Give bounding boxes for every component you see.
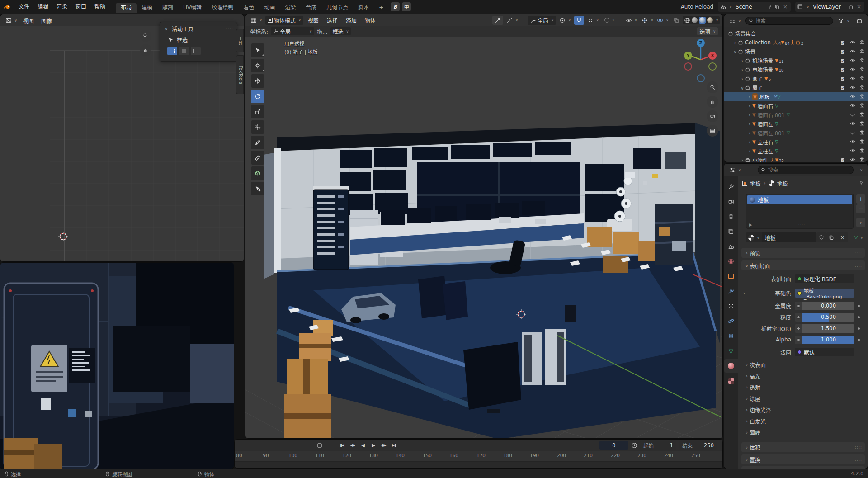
properties-search[interactable] <box>758 166 854 174</box>
render-camera-toggle[interactable] <box>859 103 865 109</box>
tool-move[interactable] <box>251 74 264 88</box>
add-slot-button[interactable]: + <box>856 194 865 204</box>
outliner-search[interactable] <box>745 17 833 25</box>
pan-hand-button[interactable] <box>140 44 151 56</box>
auto-key-record-button[interactable] <box>317 443 322 448</box>
exclude-checkbox[interactable]: ✓ <box>840 157 846 162</box>
collapse-icon[interactable]: ∨ <box>732 49 738 54</box>
tool-add-cube[interactable] <box>251 166 264 180</box>
workspace-tab-sculpting[interactable]: 雕刻 <box>157 3 178 13</box>
outliner-row-scene[interactable]: ∨ 场景 ✓ <box>724 47 868 56</box>
exclude-checkbox[interactable]: ✓ <box>840 85 846 91</box>
expand-icon[interactable]: › <box>740 76 745 81</box>
tab-constraints[interactable] <box>724 329 738 343</box>
mode-dropdown[interactable]: 物体模式∨ <box>265 16 303 25</box>
outliner-row-wall-left-001[interactable]: › ▼ 墙面左.001 ▽ <box>724 128 868 137</box>
outliner-row-case-scene[interactable]: › 机箱场景 ▼11 ✓ <box>724 56 868 65</box>
new-collection-button[interactable] <box>854 16 865 25</box>
exclude-checkbox[interactable]: ✓ <box>840 66 846 73</box>
breadcrumb-object[interactable]: 地板 <box>750 180 761 187</box>
tab-texture[interactable] <box>724 374 738 388</box>
base-color-field[interactable]: 地板_BaseColor.png <box>795 289 854 298</box>
new-viewlayer-icon[interactable] <box>848 4 854 9</box>
shading-solid-button[interactable] <box>692 17 698 23</box>
expand-icon[interactable]: › <box>747 104 752 109</box>
expand-icon[interactable]: › <box>747 131 752 136</box>
workspace-tab-modeling[interactable]: 建模 <box>137 3 157 13</box>
prev-keyframe-button[interactable]: ◀◆ <box>348 441 357 450</box>
ior-slider[interactable]: 1.500 <box>802 324 854 333</box>
navigation-gizmo[interactable]: Z Y X <box>680 36 721 86</box>
render-camera-toggle[interactable] <box>859 39 865 46</box>
decorator-dot[interactable] <box>858 327 860 330</box>
viewport-menu-object[interactable]: 物体 <box>361 16 379 24</box>
gizmo-axis-z[interactable]: Z <box>697 39 705 47</box>
material-slot-active[interactable]: 地板 <box>747 195 852 204</box>
subpanel-thin-film[interactable]: ›薄膜 <box>744 428 760 437</box>
hide-eye-toggle[interactable] <box>849 103 856 109</box>
add-workspace-button[interactable]: + <box>374 3 388 13</box>
expand-icon[interactable]: › <box>740 158 745 163</box>
zoom-button[interactable] <box>140 30 151 42</box>
render-camera-toggle[interactable] <box>859 121 865 128</box>
hide-eye-toggle[interactable] <box>849 139 856 146</box>
surface-shader-field[interactable]: 原理化 BSDF <box>795 274 854 283</box>
workspace-tab-compositing[interactable]: 合成 <box>301 3 321 13</box>
options-dropdown[interactable]: 选项∨ <box>697 27 718 35</box>
3d-scene[interactable] <box>245 14 723 439</box>
render-camera-toggle[interactable] <box>859 66 865 73</box>
tab-view-layer[interactable] <box>724 225 738 238</box>
outliner-filter-button[interactable]: ∨ <box>835 16 852 25</box>
blender-logo-icon[interactable] <box>4 3 11 10</box>
active-tool-title[interactable]: 活动工具 <box>172 25 193 33</box>
workspace-tab-geometry-nodes[interactable]: 几何节点 <box>321 3 353 13</box>
play-button[interactable]: ▶ <box>369 441 377 450</box>
tool-tweak[interactable] <box>251 182 264 195</box>
expand-icon[interactable]: › <box>747 140 752 145</box>
tab-world[interactable] <box>724 255 738 268</box>
tab-scene[interactable] <box>724 240 738 253</box>
clock-icon[interactable] <box>631 442 637 449</box>
outliner-row-wall-left[interactable]: › ▼ 墙面左 ▽ <box>724 119 868 128</box>
tool-transform[interactable] <box>251 120 264 134</box>
copy-material-button[interactable] <box>826 232 836 242</box>
hide-eye-toggle[interactable] <box>849 39 856 46</box>
decorator-dot[interactable] <box>858 316 860 318</box>
current-frame-field[interactable]: 0 <box>599 441 628 450</box>
shading-wireframe-button[interactable] <box>684 17 690 24</box>
jump-to-start-button[interactable]: ▮◀ <box>338 441 346 450</box>
outliner-row-scene-collection[interactable]: 场景集合 <box>724 29 868 38</box>
render-camera-toggle[interactable] <box>859 57 865 64</box>
menu-window[interactable]: 窗口 <box>71 0 90 14</box>
menu-edit[interactable]: 编辑 <box>33 0 52 14</box>
breadcrumb-material[interactable]: 地板 <box>777 180 788 187</box>
slot-specials-button[interactable]: ∨ <box>856 218 865 227</box>
workspace-tab-animation[interactable]: 动画 <box>259 3 280 13</box>
auto-reload-label[interactable]: Auto Reload <box>681 4 714 10</box>
expand-icon[interactable]: › <box>747 113 752 118</box>
viewport-zoom-button[interactable] <box>707 81 718 93</box>
hide-eye-toggle[interactable] <box>849 130 856 137</box>
render-camera-toggle[interactable] <box>859 139 865 146</box>
viewport-menu-add[interactable]: 添加 <box>342 16 360 24</box>
snap-toggle[interactable] <box>574 16 584 25</box>
render-camera-toggle[interactable] <box>859 130 865 137</box>
exclude-checkbox[interactable]: ✓ <box>840 48 846 55</box>
image-menu-image[interactable]: 图像 <box>38 17 56 24</box>
gizmos-toggle[interactable]: ∨ <box>640 16 655 25</box>
outliner-row-house[interactable]: ∨ 屋子 ✓ <box>724 83 868 92</box>
visibility-dropdown[interactable]: ∨ <box>623 16 640 25</box>
metallic-socket[interactable] <box>795 302 802 310</box>
tab-tool[interactable] <box>724 180 738 194</box>
slot-list-grip[interactable]: :::: <box>798 222 805 227</box>
decorator-dot[interactable] <box>858 339 860 341</box>
properties-options-button[interactable]: ∨ <box>856 166 865 175</box>
panel-displacement[interactable]: ›置换:::: <box>741 454 865 464</box>
normal-field[interactable]: 默认 <box>795 348 854 356</box>
expand-icon[interactable]: › <box>740 58 745 63</box>
outliner-display-mode-button[interactable]: ∨ <box>727 16 743 25</box>
viewport-camera-button[interactable] <box>707 110 718 122</box>
subpanel-coat[interactable]: ›涂层 <box>744 394 760 403</box>
select-mode-subtract-button[interactable] <box>191 47 201 55</box>
exclude-checkbox[interactable]: ✓ <box>840 76 846 82</box>
